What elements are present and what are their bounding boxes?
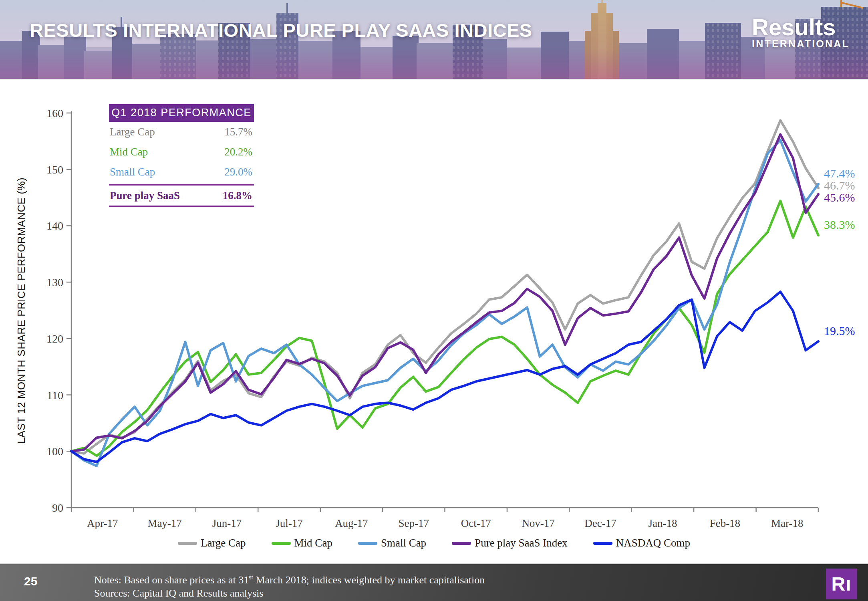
x-tick-label: Dec-17 [584,517,616,529]
legend-item-mid-cap: Mid Cap [272,537,332,549]
page-number: 25 [24,575,37,588]
legend-item-small-cap: Small Cap [358,537,426,549]
logo-subtitle: INTERNATIONAL [752,38,850,49]
legend-label: Pure play SaaS Index [475,537,568,549]
sources-line: Sources: Capital IQ and Results analysis [94,587,485,600]
series-line-nasdaq-comp [71,292,818,462]
legend-label: Small Cap [381,537,426,549]
legend-swatch-icon [178,542,197,545]
x-tick-label: Apr-17 [87,517,118,529]
y-tick-label: 140 [46,220,63,232]
x-tick-label: May-17 [147,517,181,529]
performance-row-value: 16.8% [223,190,252,202]
series-end-label: 45.6% [824,191,855,204]
logo-wordmark: Results [752,16,850,38]
performance-row: Mid Cap20.2% [109,142,254,162]
series-end-label: 38.3% [824,218,855,231]
y-tick-label: 150 [46,163,63,176]
performance-row-label: Large Cap [110,126,155,138]
x-tick-label: Mar-18 [771,517,803,529]
performance-row-value: 15.7% [224,126,252,138]
legend-swatch-icon [452,542,471,545]
performance-table-title: Q1 2018 PERFORMANCE [109,104,254,122]
performance-row-label: Small Cap [110,166,155,178]
results-international-logo: Results INTERNATIONAL [752,16,850,49]
x-tick-label: Jul-17 [276,517,303,529]
series-end-label: 19.5% [824,324,855,337]
y-tick-label: 110 [47,389,63,401]
notes-line: Notes: Based on share prices as at 31st … [94,571,485,587]
x-tick-label: Nov-17 [522,517,555,529]
x-tick-label: Aug-17 [335,517,368,529]
performance-row-value: 20.2% [224,146,252,158]
footer-bar: 25 Notes: Based on share prices as at 31… [0,563,868,601]
y-tick-label: 90 [52,502,63,514]
performance-row-label: Mid Cap [110,146,148,158]
performance-row-value: 29.0% [224,166,252,178]
y-tick-label: 120 [46,333,63,345]
legend-item-large-cap: Large Cap [178,537,246,549]
x-tick-label: Jun-17 [212,517,242,529]
performance-row: Large Cap15.7% [109,122,254,142]
y-tick-label: 160 [46,107,63,119]
legend-label: Mid Cap [294,537,332,549]
series-end-label: 46.7% [824,179,855,192]
q1-performance-table: Q1 2018 PERFORMANCE Large Cap15.7%Mid Ca… [109,104,254,207]
series-end-label: 47.4% [824,167,855,180]
y-tick-label: 130 [46,276,63,288]
legend-swatch-icon [272,542,291,545]
legend-swatch-icon [358,542,377,545]
performance-row: Small Cap29.0% [109,162,254,182]
y-axis-title: LAST 12 MONTH SHARE PRICE PERFORMANCE (%… [15,177,27,444]
performance-row-label: Pure play SaaS [110,190,180,202]
y-tick-label: 100 [46,445,63,458]
x-tick-label: Sep-17 [399,517,429,529]
legend-swatch-icon [593,542,612,545]
legend-item-nasdaq-comp: NASDAQ Comp [593,537,690,549]
page-title: RESULTS INTERNATIONAL PURE PLAY SAAS IND… [30,19,532,41]
ri-logo-icon: Rı [826,569,857,599]
performance-table-rows: Large Cap15.7%Mid Cap20.2%Small Cap29.0%… [109,122,254,207]
legend-label: NASDAQ Comp [616,537,690,549]
x-tick-label: Oct-17 [461,517,491,529]
legend-item-pure-play-saas-index: Pure play SaaS Index [452,537,568,549]
performance-row: Pure play SaaS16.8% [109,184,254,207]
legend-label: Large Cap [201,537,246,549]
x-tick-label: Jan-18 [648,517,677,529]
x-tick-label: Feb-18 [710,517,741,529]
chart-legend: Large CapMid CapSmall CapPure play SaaS … [0,537,868,549]
header-banner: RESULTS INTERNATIONAL PURE PLAY SAAS IND… [0,0,868,81]
chart-area: 90100110120130140150160Apr-17May-17Jun-1… [0,80,868,563]
footnotes: Notes: Based on share prices as at 31st … [94,571,485,600]
